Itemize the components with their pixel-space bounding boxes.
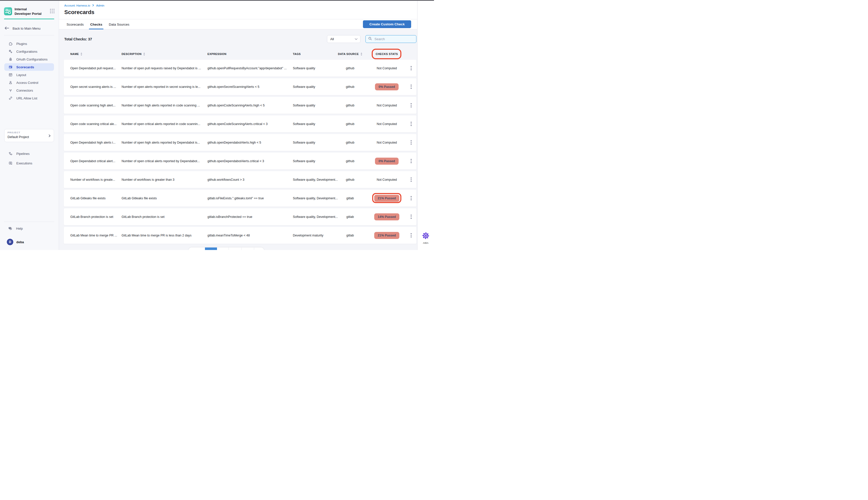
row-menu-button[interactable] bbox=[408, 152, 415, 169]
sidebar-item-connectors[interactable]: Connectors bbox=[0, 87, 59, 94]
aida-label: AIDA bbox=[418, 242, 434, 244]
stat-badge: 21% Passed bbox=[374, 195, 399, 202]
sidebar-divider bbox=[4, 35, 54, 35]
aida-flower-icon bbox=[421, 231, 430, 240]
pagination-active-page[interactable] bbox=[205, 248, 217, 250]
search-input[interactable] bbox=[374, 37, 414, 41]
create-custom-check-button[interactable]: Create Custom Check bbox=[363, 20, 411, 28]
table-row[interactable]: Open Dependabot critical alert... Number… bbox=[64, 152, 416, 169]
search-icon bbox=[368, 37, 372, 42]
row-menu-button[interactable] bbox=[408, 171, 415, 188]
help-label: Help bbox=[16, 227, 23, 230]
brand-accent-line bbox=[4, 19, 54, 19]
app-title: Internal Developer Portal bbox=[14, 7, 43, 16]
table-row[interactable]: Open Dependabot high alerts i... Number … bbox=[64, 134, 416, 151]
checks-table: Open Dependabot pull request... Number o… bbox=[64, 60, 416, 246]
sort-icon[interactable] bbox=[360, 53, 363, 56]
user-menu[interactable]: D deba bbox=[0, 237, 59, 247]
tab-bar: Scorecards Checks Data Sources Create Cu… bbox=[59, 19, 417, 30]
sidebar-item-oauth-configurations[interactable]: OAuth Configurations bbox=[0, 56, 59, 63]
row-menu-button[interactable] bbox=[408, 134, 415, 151]
column-header-expression: EXPRESSION bbox=[208, 49, 226, 59]
sidebar-item-pipelines[interactable]: Pipelines bbox=[0, 150, 59, 157]
user-name: deba bbox=[16, 240, 24, 244]
layout-icon bbox=[9, 73, 13, 77]
check-expression: github.openPullRequestsByAccount."app/de… bbox=[208, 60, 291, 77]
project-name: Default Project bbox=[8, 135, 51, 139]
row-menu-button[interactable] bbox=[408, 115, 415, 132]
page-header: Account: Harness.io Admin Scorecards bbox=[59, 1, 417, 19]
row-menu-button[interactable] bbox=[408, 78, 415, 95]
sidebar-item-label: Configurations bbox=[16, 50, 37, 54]
column-header-description[interactable]: DESCRIPTION bbox=[122, 49, 145, 59]
tab-data-sources[interactable]: Data Sources bbox=[109, 19, 129, 30]
pagination-bar[interactable] bbox=[189, 248, 264, 250]
link-icon bbox=[9, 96, 13, 100]
sidebar-item-url-allow-list[interactable]: URL Allow List bbox=[0, 94, 59, 102]
sidebar-item-label: Scorecards bbox=[16, 65, 34, 69]
table-row[interactable]: GitLab Branch protection is set GitLab B… bbox=[64, 208, 416, 225]
tab-checks[interactable]: Checks bbox=[90, 19, 102, 30]
project-selector[interactable]: PROJECT Default Project bbox=[4, 129, 54, 142]
check-name: GitLab Mean time to merge PR ... bbox=[70, 227, 120, 244]
sort-icon[interactable] bbox=[80, 53, 82, 56]
tab-scorecards[interactable]: Scorecards bbox=[67, 19, 84, 30]
check-description: GitLab Branch protection is set bbox=[122, 208, 205, 225]
check-stat: 21% Passed bbox=[364, 227, 409, 244]
row-menu-button[interactable] bbox=[408, 190, 415, 207]
pipelines-icon bbox=[9, 151, 13, 156]
row-menu-button[interactable] bbox=[408, 227, 415, 244]
table-row[interactable]: Number of workflows is greate... Number … bbox=[64, 171, 416, 188]
total-checks-label: Total Checks: 37 bbox=[64, 37, 92, 41]
check-name: Open secret scanning alerts is ... bbox=[70, 78, 120, 95]
table-row[interactable]: Open code scanning high alert... Number … bbox=[64, 97, 416, 114]
project-label: PROJECT bbox=[8, 131, 51, 134]
check-name: GitLab Branch protection is set bbox=[70, 208, 120, 225]
column-header-name[interactable]: NAME bbox=[70, 49, 82, 59]
sidebar-item-label: Connectors bbox=[16, 89, 33, 92]
check-name: Open code scanning high alert... bbox=[70, 97, 120, 114]
help-button[interactable]: ? Help bbox=[0, 225, 59, 232]
main-area: Account: Harness.io Admin Scorecards Sco… bbox=[59, 1, 417, 250]
user-avatar: D bbox=[7, 239, 13, 245]
breadcrumb-account-link[interactable]: Account: Harness.io bbox=[64, 4, 90, 7]
help-chat-icon: ? bbox=[8, 226, 12, 230]
back-to-main-menu[interactable]: Back to Main Menu bbox=[4, 25, 55, 32]
arrow-left-icon bbox=[4, 26, 9, 31]
table-row[interactable]: GitLab Mean time to merge PR ... GitLab … bbox=[64, 227, 416, 244]
row-menu-button[interactable] bbox=[408, 97, 415, 114]
row-menu-button[interactable] bbox=[408, 60, 415, 77]
table-row-gitlab-gitleaks[interactable]: GitLab Gitleaks file exists GitLab Gitle… bbox=[64, 190, 416, 207]
aida-assistant-button[interactable]: AIDA bbox=[418, 231, 434, 244]
check-stat: Not Computed bbox=[364, 60, 409, 77]
check-name: Number of workflows is greate... bbox=[70, 171, 120, 188]
table-row[interactable]: Open secret scanning alerts is ... Numbe… bbox=[64, 78, 416, 95]
sort-icon[interactable] bbox=[143, 53, 145, 56]
check-expression: github.openCodeScanningAlerts.critical <… bbox=[208, 115, 291, 132]
check-name: Open code scanning critical ale... bbox=[70, 115, 120, 132]
check-stat: 14% Passed bbox=[364, 208, 409, 225]
sidebar-item-access-control[interactable]: Access Control bbox=[0, 79, 59, 86]
sidebar-item-configurations[interactable]: Configurations bbox=[0, 48, 59, 55]
filter-dropdown[interactable]: All bbox=[327, 35, 360, 43]
apps-grid-icon[interactable] bbox=[50, 9, 55, 13]
check-expression: github.workflowsCount > 3 bbox=[208, 171, 291, 188]
check-expression: github.openDependabotAlerts.high < 5 bbox=[208, 134, 291, 151]
play-icon bbox=[9, 161, 13, 165]
table-row[interactable]: Open code scanning critical ale... Numbe… bbox=[64, 115, 416, 132]
sidebar-item-scorecards[interactable]: Scorecards bbox=[4, 63, 54, 71]
sidebar-item-label: Pipelines bbox=[16, 152, 30, 156]
check-stat: 0% Passed bbox=[364, 152, 409, 169]
sidebar-item-label: URL Allow List bbox=[16, 96, 37, 100]
sidebar-header: Internal Developer Portal bbox=[4, 7, 55, 17]
sidebar-item-executions[interactable]: Executions bbox=[0, 159, 59, 167]
stat-badge: 14% Passed bbox=[374, 213, 399, 220]
breadcrumb-admin-link[interactable]: Admin bbox=[96, 4, 104, 7]
sidebar-item-plugins[interactable]: Plugins bbox=[0, 40, 59, 47]
row-menu-button[interactable] bbox=[408, 208, 415, 225]
table-header-row: NAME DESCRIPTION EXPRESSION TAGS DATA SO… bbox=[64, 49, 416, 59]
sidebar-item-label: Executions bbox=[16, 161, 32, 165]
table-row[interactable]: Open Dependabot pull request... Number o… bbox=[64, 60, 416, 77]
sidebar-item-layout[interactable]: Layout bbox=[0, 71, 59, 79]
back-to-main-menu-label: Back to Main Menu bbox=[13, 26, 41, 30]
